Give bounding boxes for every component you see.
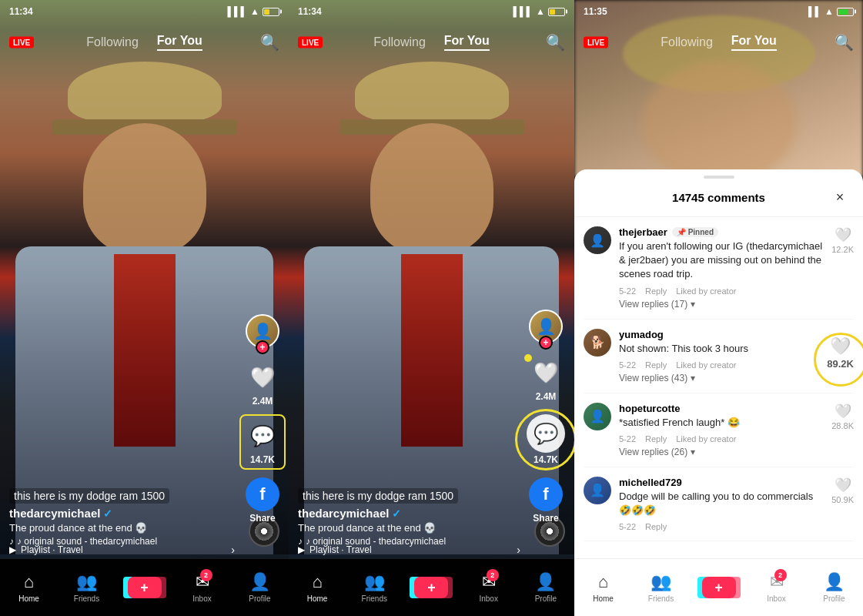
heart-icon-comment-1: 🤍 [830, 336, 851, 357]
tab-home-3[interactable]: ⌂ Home [584, 572, 623, 603]
playlist-chevron-2[interactable]: › [517, 544, 520, 556]
video-desc-1: The proud dance at the end 💀 [9, 522, 235, 534]
comment-btn-2[interactable]: 💬 14.7K [527, 414, 565, 465]
profile-label-3: Profile [823, 594, 845, 603]
nav-following-3[interactable]: Following [661, 35, 713, 49]
tab-friends-1[interactable]: 👥 Friends [68, 572, 106, 603]
reply-btn-1[interactable]: Reply [645, 360, 667, 370]
playlist-chevron-1[interactable]: › [231, 544, 235, 556]
playlist-info-2[interactable]: ▶ Playlist · Travel [298, 544, 372, 555]
comment-meta-0: 5-22 Reply Liked by creator [619, 286, 824, 296]
profile-icon-1: 👤 [249, 572, 270, 592]
facebook-icon-1: f [246, 477, 279, 511]
profile-label-1: Profile [249, 594, 270, 603]
heart-icon-comment-3: 🤍 [835, 477, 851, 494]
nav-following-2[interactable]: Following [373, 35, 426, 49]
view-replies-0[interactable]: View replies (17) ▾ [619, 299, 824, 310]
phone-panel-3: 11:35 ▌▌ ▲ LIVE Following For You 🔍 1474… [574, 0, 863, 616]
comment-text-0: If you aren't following our IG (thedarcy… [619, 239, 824, 282]
friends-label-1: Friends [74, 594, 99, 603]
tab-create-1[interactable]: + [125, 577, 164, 598]
tab-profile-3[interactable]: 👤 Profile [815, 572, 854, 603]
tab-profile-1[interactable]: 👤 Profile [241, 572, 279, 603]
like-btn-comment-1[interactable]: 🤍 89.2K [827, 336, 854, 383]
status-bar-2: 11:34 ▌▌▌ ▲ [289, 0, 574, 23]
live-badge-1[interactable]: LIVE [9, 37, 34, 49]
tab-friends-3[interactable]: 👥 Friends [642, 572, 681, 603]
like-btn-comment-3[interactable]: 🤍 50.9K [831, 477, 854, 531]
verified-icon-1: ✓ [103, 507, 112, 520]
playlist-info-1[interactable]: ▶ Playlist · Travel [9, 544, 83, 555]
creator-avatar-1[interactable]: 👤 + [246, 314, 279, 348]
friends-label-3: Friends [648, 594, 674, 603]
tab-home-1[interactable]: ⌂ Home [10, 572, 49, 603]
like-count-1: 2.4M [253, 396, 273, 407]
playlist-bar-2: ▶ Playlist · Travel › [298, 544, 520, 556]
tab-friends-2[interactable]: 👥 Friends [355, 572, 393, 603]
like-btn-2[interactable]: 🤍 2.4M [529, 356, 563, 402]
tab-inbox-2[interactable]: ✉ 2 Inbox [470, 572, 508, 603]
top-nav-3: LIVE Following For You 🔍 [574, 23, 863, 62]
reply-btn-0[interactable]: Reply [645, 286, 667, 296]
top-nav-2: LIVE Following For You 🔍 [289, 23, 574, 62]
view-replies-2[interactable]: View replies (26) ▾ [619, 447, 824, 457]
nav-for-you-3[interactable]: For You [731, 34, 777, 51]
reply-btn-2[interactable]: Reply [645, 434, 667, 444]
share-btn-1[interactable]: f Share [246, 477, 279, 524]
search-icon-3[interactable]: 🔍 [835, 33, 854, 52]
tab-create-3[interactable]: + [700, 577, 738, 598]
right-actions-1: 👤 + 🤍 2.4M 💬 14.7K f Share [246, 314, 279, 524]
comment-item-3: 👤 michelled729 Dodge will be calling you… [584, 467, 854, 541]
friends-icon-2: 👥 [364, 572, 385, 592]
live-badge-2[interactable]: LIVE [298, 37, 323, 49]
create-btn-1[interactable]: + [128, 577, 162, 598]
share-btn-2[interactable]: f Share [529, 477, 563, 524]
nav-for-you-2[interactable]: For You [444, 34, 490, 51]
reply-btn-3[interactable]: Reply [645, 522, 667, 531]
create-btn-2[interactable]: + [414, 577, 448, 598]
pinned-badge-0: 📌 Pinned [672, 227, 718, 237]
tab-create-2[interactable]: + [412, 577, 450, 598]
like-btn-1[interactable]: 🤍 2.4M [246, 360, 279, 407]
comments-list[interactable]: 👤 thejerbaer 📌 Pinned If you aren't foll… [574, 217, 863, 575]
like-count-comment-0: 12.2K [831, 245, 854, 254]
comment-content-0: thejerbaer 📌 Pinned If you aren't follow… [619, 226, 824, 310]
home-icon-1: ⌂ [24, 572, 34, 592]
tab-inbox-1[interactable]: ✉ 2 Inbox [183, 572, 222, 603]
comment-date-3: 5-22 [619, 522, 636, 531]
battery-1 [263, 8, 279, 16]
like-count-comment-2: 28.8K [831, 421, 854, 430]
nav-following-1[interactable]: Following [86, 35, 139, 49]
creator-avatar-2[interactable]: 👤 + [529, 310, 563, 343]
comment-btn-1[interactable]: 💬 14.7K [246, 419, 279, 465]
tab-home-2[interactable]: ⌂ Home [298, 572, 336, 603]
like-btn-comment-2[interactable]: 🤍 28.8K [831, 403, 854, 457]
tab-inbox-3[interactable]: ✉ 2 Inbox [758, 572, 796, 603]
comment-circle-highlight-2 [515, 409, 574, 470]
inbox-label-1: Inbox [192, 594, 211, 603]
video-username-1[interactable]: thedarcymichael ✓ [9, 507, 235, 520]
inbox-badge-2: 2 [487, 569, 499, 581]
share-label-1: Share [249, 513, 275, 524]
comment-meta-2: 5-22 Reply Liked by creator [619, 434, 824, 444]
search-icon-1[interactable]: 🔍 [260, 33, 279, 52]
live-badge-3[interactable]: LIVE [584, 37, 608, 49]
follow-btn-1[interactable]: + [256, 340, 269, 354]
video-caption-2: this here is my dodge ram 1500 [298, 488, 458, 504]
bottom-nav-2: ⌂ Home 👥 Friends + ✉ 2 Inbox 👤 Profile [289, 558, 574, 616]
like-btn-comment-0[interactable]: 🤍 12.2K [831, 226, 854, 310]
create-btn-3[interactable]: + [702, 577, 736, 598]
share-label-2: Share [533, 513, 558, 524]
search-icon-2[interactable]: 🔍 [546, 33, 565, 52]
follow-btn-2[interactable]: + [539, 336, 553, 350]
comment-date-0: 5-22 [619, 286, 636, 296]
tab-profile-2[interactable]: 👤 Profile [527, 572, 565, 603]
video-username-2[interactable]: thedarcymichael ✓ [298, 507, 520, 520]
view-replies-1[interactable]: View replies (43) ▾ [619, 373, 819, 383]
nav-for-you-1[interactable]: For You [157, 34, 202, 51]
comment-item-0: 👤 thejerbaer 📌 Pinned If you aren't foll… [584, 217, 854, 320]
comment-username-1: yumadog [619, 329, 819, 340]
comment-item-2: 👤 hopeturcotte *satisfied French laugh* … [584, 393, 854, 467]
heart-icon-comment-2: 🤍 [835, 403, 851, 420]
close-btn[interactable]: × [829, 187, 851, 209]
